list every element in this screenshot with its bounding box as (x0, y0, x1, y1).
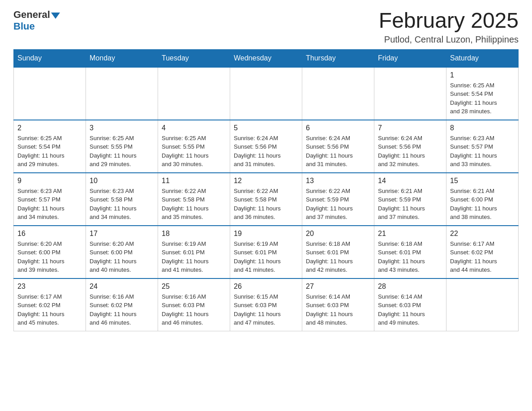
calendar-cell (14, 67, 86, 120)
day-number: 8 (450, 124, 515, 132)
calendar-cell: 12Sunrise: 6:22 AM Sunset: 5:58 PM Dayli… (230, 173, 302, 226)
page-header: General Blue February 2025 Putlod, Centr… (13, 9, 519, 45)
calendar-cell: 2Sunrise: 6:25 AM Sunset: 5:54 PM Daylig… (14, 120, 86, 173)
day-info: Sunrise: 6:15 AM Sunset: 6:03 PM Dayligh… (234, 292, 298, 327)
day-info: Sunrise: 6:16 AM Sunset: 6:03 PM Dayligh… (162, 292, 226, 327)
calendar-cell (86, 67, 158, 120)
calendar-cell: 11Sunrise: 6:22 AM Sunset: 5:58 PM Dayli… (158, 173, 230, 226)
day-info: Sunrise: 6:22 AM Sunset: 5:59 PM Dayligh… (306, 187, 370, 222)
day-info: Sunrise: 6:23 AM Sunset: 5:57 PM Dayligh… (450, 134, 515, 169)
day-info: Sunrise: 6:25 AM Sunset: 5:54 PM Dayligh… (450, 81, 515, 116)
calendar-cell: 5Sunrise: 6:24 AM Sunset: 5:56 PM Daylig… (230, 120, 302, 173)
day-number: 28 (378, 283, 442, 291)
day-number: 15 (450, 177, 515, 185)
logo-triangle-icon (51, 13, 60, 19)
calendar-cell: 7Sunrise: 6:24 AM Sunset: 5:56 PM Daylig… (374, 120, 446, 173)
weekday-header-tuesday: Tuesday (158, 49, 230, 67)
day-number: 24 (90, 283, 154, 291)
calendar-cell: 22Sunrise: 6:17 AM Sunset: 6:02 PM Dayli… (446, 226, 519, 278)
day-number: 5 (234, 124, 298, 132)
day-number: 16 (17, 230, 82, 238)
day-info: Sunrise: 6:14 AM Sunset: 6:03 PM Dayligh… (378, 292, 442, 327)
month-title: February 2025 (379, 9, 519, 33)
day-info: Sunrise: 6:20 AM Sunset: 6:00 PM Dayligh… (17, 240, 82, 274)
location-title: Putlod, Central Luzon, Philippines (379, 34, 519, 45)
day-number: 25 (162, 283, 226, 291)
day-number: 10 (90, 177, 154, 185)
week-row-2: 2Sunrise: 6:25 AM Sunset: 5:54 PM Daylig… (14, 120, 519, 173)
day-number: 14 (378, 177, 442, 185)
day-number: 2 (17, 124, 82, 132)
calendar-cell: 28Sunrise: 6:14 AM Sunset: 6:03 PM Dayli… (374, 278, 446, 331)
calendar-cell (230, 67, 302, 120)
day-number: 18 (162, 230, 226, 238)
weekday-header-saturday: Saturday (446, 49, 519, 67)
day-info: Sunrise: 6:24 AM Sunset: 5:56 PM Dayligh… (234, 134, 298, 169)
weekday-header-monday: Monday (86, 49, 158, 67)
calendar-cell: 14Sunrise: 6:21 AM Sunset: 5:59 PM Dayli… (374, 173, 446, 226)
day-number: 23 (17, 283, 82, 291)
day-number: 4 (162, 124, 226, 132)
calendar-cell: 24Sunrise: 6:16 AM Sunset: 6:02 PM Dayli… (86, 278, 158, 331)
day-info: Sunrise: 6:24 AM Sunset: 5:56 PM Dayligh… (306, 134, 370, 169)
day-number: 12 (234, 177, 298, 185)
day-number: 6 (306, 124, 370, 132)
calendar-cell: 1Sunrise: 6:25 AM Sunset: 5:54 PM Daylig… (446, 67, 519, 120)
calendar-table: SundayMondayTuesdayWednesdayThursdayFrid… (13, 49, 519, 331)
calendar-cell: 18Sunrise: 6:19 AM Sunset: 6:01 PM Dayli… (158, 226, 230, 278)
calendar-cell: 20Sunrise: 6:18 AM Sunset: 6:01 PM Dayli… (302, 226, 374, 278)
calendar-cell: 21Sunrise: 6:18 AM Sunset: 6:01 PM Dayli… (374, 226, 446, 278)
day-number: 22 (450, 230, 515, 238)
day-info: Sunrise: 6:18 AM Sunset: 6:01 PM Dayligh… (378, 240, 442, 274)
title-section: February 2025 Putlod, Central Luzon, Phi… (379, 9, 519, 45)
calendar-cell (374, 67, 446, 120)
day-number: 1 (450, 71, 515, 79)
logo-general-text: General (13, 9, 50, 21)
weekday-header-wednesday: Wednesday (230, 49, 302, 67)
week-row-5: 23Sunrise: 6:17 AM Sunset: 6:02 PM Dayli… (14, 278, 519, 331)
day-info: Sunrise: 6:22 AM Sunset: 5:58 PM Dayligh… (234, 187, 298, 222)
calendar-cell: 17Sunrise: 6:20 AM Sunset: 6:00 PM Dayli… (86, 226, 158, 278)
day-info: Sunrise: 6:14 AM Sunset: 6:03 PM Dayligh… (306, 292, 370, 327)
calendar-cell: 9Sunrise: 6:23 AM Sunset: 5:57 PM Daylig… (14, 173, 86, 226)
calendar-cell: 19Sunrise: 6:19 AM Sunset: 6:01 PM Dayli… (230, 226, 302, 278)
day-info: Sunrise: 6:25 AM Sunset: 5:54 PM Dayligh… (17, 134, 82, 169)
day-info: Sunrise: 6:23 AM Sunset: 5:58 PM Dayligh… (90, 187, 154, 222)
day-info: Sunrise: 6:23 AM Sunset: 5:57 PM Dayligh… (17, 187, 82, 222)
day-info: Sunrise: 6:24 AM Sunset: 5:56 PM Dayligh… (378, 134, 442, 169)
weekday-header-sunday: Sunday (14, 49, 86, 67)
logo: General Blue (13, 9, 60, 32)
day-info: Sunrise: 6:16 AM Sunset: 6:02 PM Dayligh… (90, 292, 154, 327)
day-number: 11 (162, 177, 226, 185)
day-info: Sunrise: 6:18 AM Sunset: 6:01 PM Dayligh… (306, 240, 370, 274)
day-info: Sunrise: 6:22 AM Sunset: 5:58 PM Dayligh… (162, 187, 226, 222)
calendar-cell: 27Sunrise: 6:14 AM Sunset: 6:03 PM Dayli… (302, 278, 374, 331)
day-number: 27 (306, 283, 370, 291)
day-number: 13 (306, 177, 370, 185)
day-info: Sunrise: 6:20 AM Sunset: 6:00 PM Dayligh… (90, 240, 154, 274)
calendar-cell: 13Sunrise: 6:22 AM Sunset: 5:59 PM Dayli… (302, 173, 374, 226)
day-number: 26 (234, 283, 298, 291)
day-number: 9 (17, 177, 82, 185)
calendar-cell: 15Sunrise: 6:21 AM Sunset: 6:00 PM Dayli… (446, 173, 519, 226)
calendar-cell: 10Sunrise: 6:23 AM Sunset: 5:58 PM Dayli… (86, 173, 158, 226)
day-info: Sunrise: 6:25 AM Sunset: 5:55 PM Dayligh… (90, 134, 154, 169)
calendar-cell: 8Sunrise: 6:23 AM Sunset: 5:57 PM Daylig… (446, 120, 519, 173)
day-info: Sunrise: 6:17 AM Sunset: 6:02 PM Dayligh… (17, 292, 82, 327)
calendar-cell: 16Sunrise: 6:20 AM Sunset: 6:00 PM Dayli… (14, 226, 86, 278)
calendar-cell: 6Sunrise: 6:24 AM Sunset: 5:56 PM Daylig… (302, 120, 374, 173)
calendar-header-row: SundayMondayTuesdayWednesdayThursdayFrid… (14, 49, 519, 67)
day-number: 17 (90, 230, 154, 238)
day-info: Sunrise: 6:21 AM Sunset: 5:59 PM Dayligh… (378, 187, 442, 222)
day-number: 19 (234, 230, 298, 238)
day-number: 7 (378, 124, 442, 132)
day-info: Sunrise: 6:25 AM Sunset: 5:55 PM Dayligh… (162, 134, 226, 169)
logo-blue-text: Blue (13, 21, 35, 32)
calendar-cell: 23Sunrise: 6:17 AM Sunset: 6:02 PM Dayli… (14, 278, 86, 331)
weekday-header-friday: Friday (374, 49, 446, 67)
day-info: Sunrise: 6:19 AM Sunset: 6:01 PM Dayligh… (162, 240, 226, 274)
day-info: Sunrise: 6:17 AM Sunset: 6:02 PM Dayligh… (450, 240, 515, 274)
week-row-1: 1Sunrise: 6:25 AM Sunset: 5:54 PM Daylig… (14, 67, 519, 120)
day-info: Sunrise: 6:19 AM Sunset: 6:01 PM Dayligh… (234, 240, 298, 274)
calendar-cell: 4Sunrise: 6:25 AM Sunset: 5:55 PM Daylig… (158, 120, 230, 173)
